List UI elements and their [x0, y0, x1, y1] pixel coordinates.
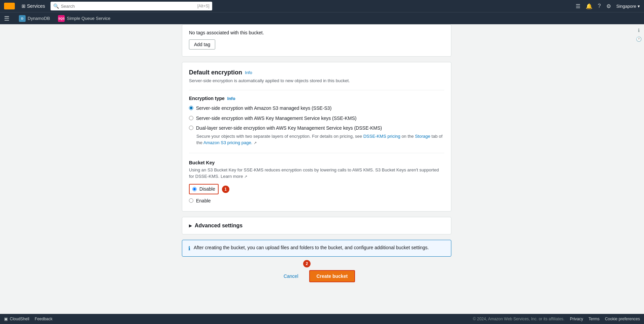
encryption-title: Default encryption [189, 69, 242, 76]
encryption-section-card: Default encryption Info Server-side encr… [182, 62, 451, 212]
encryption-section: Default encryption Info Server-side encr… [182, 62, 451, 211]
page-container: No tags associated with this bucket. Add… [0, 24, 633, 314]
copyright-text: © 2024, Amazon Web Services, Inc. or its… [473, 317, 565, 321]
encryption-type-title: Encryption type Info [189, 96, 444, 101]
bucket-key-description: Using an S3 Bucket Key for SSE-KMS reduc… [189, 167, 444, 180]
bell-icon[interactable]: 🔔 [586, 3, 592, 9]
terms-link[interactable]: Terms [588, 317, 600, 321]
advanced-toggle-icon: ▶ [189, 223, 192, 228]
search-icon: 🔍 [53, 3, 59, 9]
add-tag-button[interactable]: Add tag [189, 39, 215, 50]
advanced-settings-card: ▶ Advanced settings [182, 217, 451, 234]
cloudshell-icon: ▣ [4, 317, 8, 321]
bucket-key-section: Bucket Key Using an S3 Bucket Key for SS… [189, 160, 444, 204]
notifications-icon[interactable]: ☰ [576, 3, 580, 9]
settings-icon[interactable]: ⚙ [606, 3, 611, 9]
svg-text:aws: aws [5, 4, 10, 7]
encryption-type-label: Encryption type [189, 96, 225, 101]
sidebar-item-dynamodb[interactable]: D DynamoDB [15, 14, 54, 23]
second-navigation: ☰ D DynamoDB SQS Simple Queue Service [0, 12, 644, 24]
learn-more-external-icon: ↗ [244, 174, 247, 179]
region-label: Singapore [616, 4, 636, 9]
encryption-header: Default encryption Info [189, 69, 444, 76]
sse-kms-radio[interactable] [189, 116, 193, 120]
sse-kms-label[interactable]: Server-side encryption with AWS Key Mana… [196, 115, 356, 122]
tags-section: No tags associated with this bucket. Add… [182, 25, 451, 56]
encryption-info-link[interactable]: Info [245, 70, 252, 75]
bottom-bar-left: ▣ CloudShell Feedback [4, 317, 53, 321]
annotation-1-badge: 1 [222, 186, 229, 193]
dsse-pricing-link[interactable]: DSSE-KMS pricing [363, 134, 400, 139]
dsse-kms-label[interactable]: Dual-layer server-side encryption with A… [196, 125, 382, 132]
sqs-label: Simple Queue Service [67, 16, 110, 21]
encryption-description: Server-side encryption is automatically … [189, 78, 444, 83]
annotation-2-badge: 2 [303, 260, 311, 267]
tags-section-card: No tags associated with this bucket. Add… [182, 24, 451, 57]
aws-logo: aws [4, 3, 15, 9]
info-banner-icon: ℹ [188, 245, 190, 252]
bucket-key-disable-label[interactable]: Disable [199, 186, 215, 193]
encryption-type-radio-group: Server-side encryption with Amazon S3 ma… [189, 105, 444, 146]
search-shortcut: [Alt+S] [197, 4, 210, 8]
nav-right-icons: ☰ 🔔 ? ⚙ Singapore ▾ [576, 3, 640, 9]
bucket-key-enable-radio[interactable] [189, 198, 193, 203]
sse-s3-option: Server-side encryption with Amazon S3 ma… [189, 105, 444, 112]
cancel-button[interactable]: Cancel [278, 271, 304, 282]
dynamodb-icon: D [19, 15, 26, 22]
grid-icon: ⊞ [22, 3, 26, 9]
search-bar[interactable]: 🔍 [Alt+S] [51, 2, 212, 10]
bottom-bar: ▣ CloudShell Feedback © 2024, Amazon Web… [0, 314, 644, 324]
bottom-bar-right: © 2024, Amazon Web Services, Inc. or its… [473, 317, 640, 321]
hamburger-icon[interactable]: ☰ [4, 15, 9, 22]
create-bucket-button[interactable]: Create bucket [309, 270, 355, 282]
bucket-key-enable-label[interactable]: Enable [196, 198, 211, 204]
feedback-button[interactable]: Feedback [35, 317, 53, 321]
services-menu-button[interactable]: ⊞ Services [19, 2, 48, 10]
no-tags-text: No tags associated with this bucket. [189, 30, 444, 35]
storage-tab-link[interactable]: Storage [415, 134, 430, 139]
top-navigation: aws ⊞ Services 🔍 [Alt+S] ☰ 🔔 ? ⚙ Singapo… [0, 0, 644, 12]
dsse-kms-option: Dual-layer server-side encryption with A… [189, 125, 444, 146]
bucket-key-radio-group: Disable 1 Enable [189, 184, 444, 204]
cookie-preferences-link[interactable]: Cookie preferences [605, 317, 640, 321]
sidebar-item-sqs[interactable]: SQS Simple Queue Service [54, 14, 114, 23]
disable-radio-highlighted: Disable [189, 184, 219, 195]
form-area: No tags associated with this bucket. Add… [182, 24, 451, 289]
sse-kms-option: Server-side encryption with AWS Key Mana… [189, 115, 444, 122]
right-panel-history-icon[interactable]: 🕐 [636, 36, 642, 42]
info-banner-text: After creating the bucket, you can uploa… [194, 245, 429, 250]
info-banner: ℹ After creating the bucket, you can upl… [182, 240, 451, 257]
dynamodb-label: DynamoDB [28, 16, 50, 21]
bucket-key-disable-row: Disable 1 [189, 184, 444, 195]
dsse-kms-description: Secure your objects with two separate la… [196, 133, 444, 146]
right-panel: ℹ 🕐 [633, 24, 644, 314]
region-arrow-icon: ▾ [638, 4, 640, 9]
bucket-key-title: Bucket Key [189, 160, 444, 165]
learn-more-link[interactable]: Learn more [221, 174, 243, 179]
encryption-type-info-link[interactable]: Info [227, 96, 235, 101]
advanced-settings-title: Advanced settings [195, 223, 243, 229]
services-label: Services [27, 3, 45, 9]
privacy-link[interactable]: Privacy [570, 317, 583, 321]
region-selector[interactable]: Singapore ▾ [616, 4, 640, 9]
footer-buttons: 2 Cancel Create bucket [182, 263, 451, 289]
external-link-icon: ↗ [254, 141, 257, 145]
cloudshell-button[interactable]: ▣ CloudShell [4, 317, 29, 321]
right-panel-info-icon[interactable]: ℹ [638, 28, 640, 33]
sse-s3-radio[interactable] [189, 106, 193, 110]
cloudshell-label: CloudShell [10, 317, 29, 321]
bucket-key-enable-row: Enable [189, 198, 444, 204]
bucket-key-disable-radio[interactable] [192, 187, 197, 191]
main-content: No tags associated with this bucket. Add… [0, 24, 644, 314]
sqs-icon: SQS [58, 15, 65, 22]
sse-s3-label[interactable]: Server-side encryption with Amazon S3 ma… [196, 105, 331, 112]
search-input[interactable] [61, 4, 195, 9]
dsse-kms-radio[interactable] [189, 126, 193, 130]
advanced-settings-toggle[interactable]: ▶ Advanced settings [182, 217, 451, 234]
feedback-label: Feedback [35, 317, 53, 321]
help-icon[interactable]: ? [598, 3, 601, 9]
s3-pricing-link[interactable]: Amazon S3 pricing page. [203, 140, 252, 145]
